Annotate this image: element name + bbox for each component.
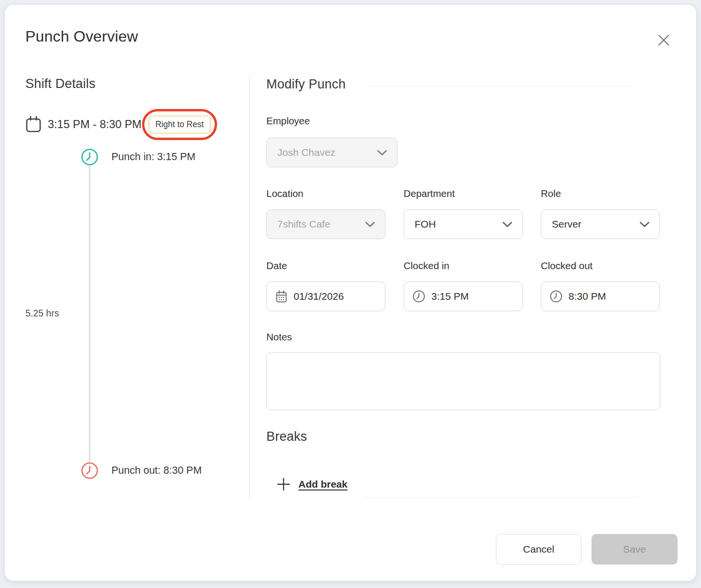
chevron-down-icon: [502, 221, 513, 228]
save-button[interactable]: Save: [591, 534, 678, 565]
notes-label: Notes: [266, 331, 292, 343]
department-label: Department: [404, 188, 455, 199]
add-break-button[interactable]: Add break: [276, 475, 348, 494]
role-select-value: Server: [552, 218, 581, 230]
department-select-value: FOH: [415, 218, 436, 230]
clocked-out-input[interactable]: 8:30 PM: [541, 282, 660, 311]
location-select: 7shifts Cafe: [266, 209, 385, 239]
modify-punch-heading: Modify Punch: [266, 77, 346, 92]
clocked-out-input-value: 8:30 PM: [569, 291, 606, 302]
right-to-rest-badge: Right to Rest: [149, 116, 210, 133]
employee-label: Employee: [266, 115, 310, 127]
role-select[interactable]: Server: [541, 209, 660, 239]
punch-in-row: Punch in: 3:15 PM: [81, 148, 196, 166]
clock-icon: [550, 290, 562, 303]
punch-in-label: Punch in: 3:15 PM: [111, 151, 196, 163]
chevron-down-icon: [377, 150, 387, 156]
shift-time-row: 3:15 PM - 8:30 PM Right to Rest: [25, 104, 217, 144]
employee-select-value: Josh Chavez: [277, 147, 335, 158]
clocked-in-label: Clocked in: [404, 260, 449, 272]
clock-icon: [413, 290, 425, 303]
breaks-heading: Breaks: [266, 429, 307, 444]
punch-out-row: Punch out: 8:30 PM: [81, 462, 202, 479]
modal-title: Punch Overview: [25, 28, 138, 45]
add-break-label: Add break: [298, 479, 348, 490]
punch-out-label: Punch out: 8:30 PM: [111, 465, 202, 477]
plus-icon: [276, 477, 291, 491]
department-select[interactable]: FOH: [404, 209, 523, 239]
date-input[interactable]: 01/31/2026: [266, 282, 385, 311]
shift-details-heading: Shift Details: [25, 76, 96, 91]
shift-duration: 5.25 hrs: [25, 308, 59, 319]
employee-select: Josh Chavez: [266, 138, 397, 167]
calendar-icon: [25, 116, 42, 133]
role-label: Role: [541, 188, 561, 199]
punch-in-clock-icon: [81, 148, 99, 166]
date-input-value: 01/31/2026: [294, 291, 344, 302]
close-button[interactable]: [653, 30, 674, 51]
faint-divider: [362, 497, 639, 498]
shift-time-range: 3:15 PM - 8:30 PM: [48, 118, 142, 131]
annotation-highlight-oval: Right to Rest: [142, 109, 217, 140]
punch-overview-modal: Punch Overview Shift Details 3:15 PM - 8…: [5, 5, 696, 581]
clocked-in-input[interactable]: 3:15 PM: [404, 282, 523, 311]
location-label: Location: [266, 188, 304, 199]
notes-textarea[interactable]: [266, 352, 660, 410]
section-divider: [249, 75, 250, 498]
cancel-button[interactable]: Cancel: [496, 534, 581, 565]
timeline-line: [89, 166, 90, 462]
clocked-in-input-value: 3:15 PM: [431, 291, 469, 302]
location-select-value: 7shifts Cafe: [277, 218, 330, 230]
punch-out-clock-icon: [81, 462, 99, 479]
faint-divider: [369, 86, 631, 87]
date-label: Date: [266, 260, 287, 272]
close-icon: [657, 33, 671, 47]
chevron-down-icon: [365, 221, 375, 228]
chevron-down-icon: [639, 221, 650, 228]
clocked-out-label: Clocked out: [541, 260, 592, 272]
calendar-date-icon: [275, 290, 287, 303]
